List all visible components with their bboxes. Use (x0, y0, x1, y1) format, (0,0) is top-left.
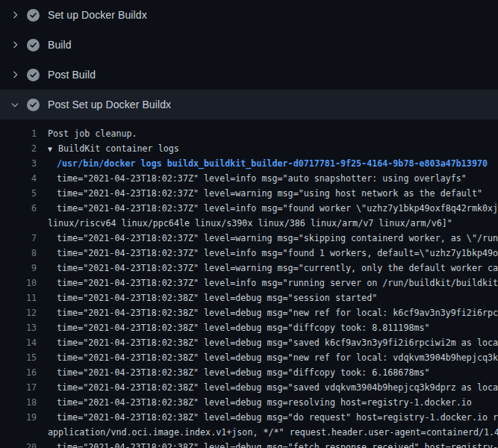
log-line: 11time="2021-04-23T18:02:38Z" level=debu… (0, 290, 498, 305)
log-line: 4time="2021-04-23T18:02:37Z" level=info … (0, 171, 498, 186)
log-line-number[interactable]: 17 (0, 380, 37, 395)
group-label[interactable]: BuildKit container logs (58, 143, 179, 154)
log-line-number[interactable]: 15 (0, 350, 37, 365)
log-line-text: linux/riscv64 linux/ppc64le linux/s390x … (48, 216, 452, 231)
log-line-text: time="2021-04-23T18:02:38Z" level=debug … (48, 440, 498, 448)
log-line-number[interactable]: 8 (0, 246, 37, 261)
log-line-number[interactable]: 2 (0, 141, 37, 156)
log-line-text: time="2021-04-23T18:02:37Z" level=warnin… (48, 186, 482, 201)
log-line-number[interactable]: 1 (0, 126, 37, 141)
log-line: 9time="2021-04-23T18:02:37Z" level=warni… (0, 261, 498, 276)
log-line-text: time="2021-04-23T18:02:37Z" level=warnin… (48, 231, 498, 246)
log-line-number[interactable]: 4 (0, 171, 37, 186)
chevron-right-icon (9, 69, 21, 81)
log-line-text: time="2021-04-23T18:02:38Z" level=debug … (48, 320, 430, 335)
log-line-number[interactable]: 19 (0, 410, 37, 425)
group-collapse-icon[interactable]: ▼ (48, 142, 58, 157)
log-line-number[interactable]: 11 (0, 290, 37, 305)
step-label: Post Set up Docker Buildx (48, 99, 171, 111)
log-line-number[interactable]: 10 (0, 276, 37, 290)
log-line-number[interactable]: 14 (0, 335, 37, 350)
log-line-text: time="2021-04-23T18:02:38Z" level=debug … (48, 335, 498, 350)
chevron-down-icon (9, 99, 21, 111)
check-circle-icon (27, 99, 40, 111)
log-line: 19time="2021-04-23T18:02:38Z" level=debu… (0, 410, 498, 425)
log-line: 16time="2021-04-23T18:02:38Z" level=debu… (0, 365, 498, 380)
log-line-text: /usr/bin/docker logs buildx_buildkit_bui… (48, 156, 488, 171)
steps-list: Set up Docker BuildxBuildPost BuildPost … (0, 0, 498, 119)
log-line-number[interactable]: 18 (0, 395, 37, 410)
log-line: 1Post job cleanup. (0, 126, 498, 141)
log-line-text: time="2021-04-23T18:02:37Z" level=info m… (48, 171, 467, 186)
log-line-number[interactable]: 6 (0, 201, 37, 216)
log-line-text: ▼BuildKit container logs (48, 141, 179, 157)
log-line-number[interactable]: 9 (0, 261, 37, 276)
log-line: 15time="2021-04-23T18:02:38Z" level=debu… (0, 350, 498, 365)
check-circle-icon (27, 69, 40, 81)
log-line-text: time="2021-04-23T18:02:38Z" level=debug … (48, 305, 498, 320)
step-label: Set up Docker Buildx (48, 9, 147, 21)
log-line-text: time="2021-04-23T18:02:37Z" level=info m… (48, 201, 498, 216)
log-line-number[interactable]: 13 (0, 320, 37, 335)
log-line-text: time="2021-04-23T18:02:38Z" level=debug … (48, 365, 430, 380)
log-line: 10time="2021-04-23T18:02:37Z" level=info… (0, 276, 498, 290)
log-line: 2▼BuildKit container logs (0, 141, 498, 156)
log-line-text: Post job cleanup. (48, 126, 137, 141)
log-line-number[interactable]: 20 (0, 440, 37, 448)
log-line-text: application/vnd.oci.image.index.v1+json,… (48, 425, 498, 440)
log-line-text: time="2021-04-23T18:02:38Z" level=debug … (48, 350, 498, 365)
log-line-text: time="2021-04-23T18:02:38Z" level=debug … (48, 395, 472, 410)
actions-log-viewer: Set up Docker BuildxBuildPost BuildPost … (0, 0, 498, 448)
check-circle-icon (27, 39, 40, 52)
step-label: Build (48, 39, 72, 51)
log-line-command: 3/usr/bin/docker logs buildx_buildkit_bu… (0, 156, 498, 171)
log-line: 7time="2021-04-23T18:02:37Z" level=warni… (0, 231, 498, 246)
log-line-text: time="2021-04-23T18:02:37Z" level=warnin… (48, 261, 498, 276)
log-line-text: time="2021-04-23T18:02:37Z" level=info m… (48, 276, 498, 290)
log-line-text: time="2021-04-23T18:02:38Z" level=debug … (48, 410, 498, 425)
log-line: 18time="2021-04-23T18:02:38Z" level=debu… (0, 395, 498, 410)
step-set-up-docker-buildx[interactable]: Set up Docker Buildx (0, 0, 498, 30)
check-circle-icon (27, 9, 40, 22)
step-label: Post Build (48, 69, 96, 81)
log-line: 8time="2021-04-23T18:02:37Z" level=info … (0, 246, 498, 261)
step-build[interactable]: Build (0, 30, 498, 60)
log-area: 1Post job cleanup.2▼BuildKit container l… (0, 119, 498, 448)
log-line: 12time="2021-04-23T18:02:38Z" level=debu… (0, 305, 498, 320)
log-line: application/vnd.oci.image.index.v1+json,… (0, 425, 498, 440)
log-line-number[interactable]: 12 (0, 305, 37, 320)
log-line: 13time="2021-04-23T18:02:38Z" level=debu… (0, 320, 498, 335)
log-line-text: time="2021-04-23T18:02:37Z" level=info m… (48, 246, 498, 261)
log-line-text: time="2021-04-23T18:02:38Z" level=debug … (48, 290, 377, 305)
log-line: 6time="2021-04-23T18:02:37Z" level=info … (0, 201, 498, 216)
log-line: 20time="2021-04-23T18:02:38Z" level=debu… (0, 440, 498, 448)
log-line-number[interactable]: 3 (0, 156, 37, 171)
log-line-text: time="2021-04-23T18:02:38Z" level=debug … (48, 380, 498, 395)
step-post-set-up-docker-buildx[interactable]: Post Set up Docker Buildx (0, 90, 498, 119)
log-line-number[interactable]: 5 (0, 186, 37, 201)
chevron-right-icon (9, 39, 21, 51)
log-line: 17time="2021-04-23T18:02:38Z" level=debu… (0, 380, 498, 395)
log-line-number[interactable]: 7 (0, 231, 37, 246)
log-line: 5time="2021-04-23T18:02:37Z" level=warni… (0, 186, 498, 201)
step-post-build[interactable]: Post Build (0, 60, 498, 90)
log-line-number[interactable]: 16 (0, 365, 37, 380)
log-line: 14time="2021-04-23T18:02:38Z" level=debu… (0, 335, 498, 350)
log-line: linux/riscv64 linux/ppc64le linux/s390x … (0, 216, 498, 231)
chevron-right-icon (9, 9, 21, 21)
